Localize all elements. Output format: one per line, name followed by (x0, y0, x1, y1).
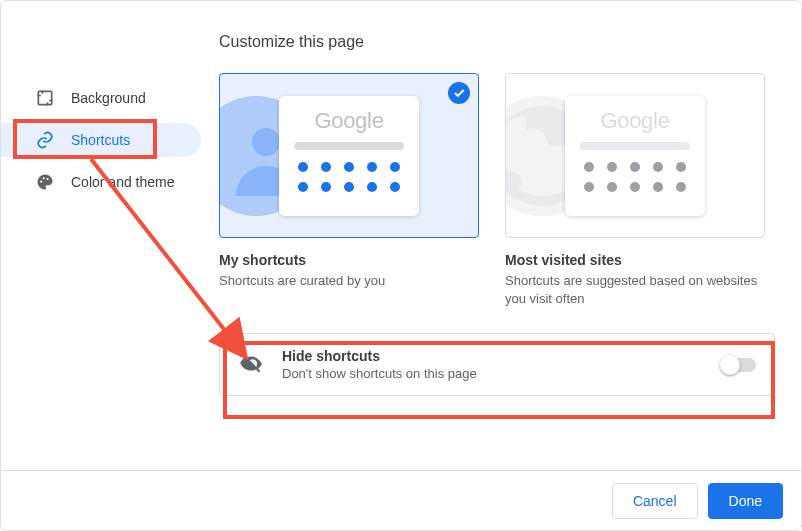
dialog-body: Background Shortcuts Color and theme Cus… (1, 1, 801, 463)
palette-icon (35, 172, 55, 192)
done-label: Done (729, 493, 762, 509)
dot (584, 182, 594, 192)
dot (630, 162, 640, 172)
dot (390, 162, 400, 172)
sidebar: Background Shortcuts Color and theme (27, 31, 219, 445)
sidebar-item-label: Color and theme (71, 174, 175, 190)
dot (653, 162, 663, 172)
google-logo-text: Google (293, 108, 405, 134)
toggle-knob (720, 355, 740, 375)
option-my-shortcuts: Google My shortcuts Shortcuts are cu (219, 73, 479, 307)
dot (298, 162, 308, 172)
dot (630, 182, 640, 192)
selected-checkmark-icon (448, 82, 470, 104)
dot (676, 182, 686, 192)
dot (607, 162, 617, 172)
google-logo-text: Google (579, 108, 691, 134)
option-card-my-shortcuts[interactable]: Google (219, 73, 479, 238)
svg-rect-0 (38, 91, 51, 104)
hide-shortcuts-toggle[interactable] (722, 358, 756, 372)
dot (321, 182, 331, 192)
preview-tile: Google (565, 96, 705, 216)
hide-shortcuts-row: Hide shortcuts Don't show shortcuts on t… (219, 333, 775, 396)
dialog-footer: Cancel Done (1, 470, 801, 530)
option-card-most-visited[interactable]: Google (505, 73, 765, 238)
main-panel: Customize this page Google (219, 31, 775, 445)
search-bar-placeholder (294, 142, 404, 150)
sidebar-item-shortcuts[interactable]: Shortcuts (1, 123, 201, 157)
shortcut-options: Google My shortcuts Shortcuts are cu (219, 73, 775, 307)
preview-tile: Google (279, 96, 419, 216)
shortcut-dots (293, 162, 405, 192)
dot (676, 162, 686, 172)
hide-shortcuts-text: Hide shortcuts Don't show shortcuts on t… (282, 348, 477, 381)
sidebar-item-label: Background (71, 90, 146, 106)
dot (321, 162, 331, 172)
option-desc: Shortcuts are curated by you (219, 272, 479, 290)
option-most-visited: Google Most visited sites Shortcuts are … (505, 73, 765, 307)
dot (344, 182, 354, 192)
dot (584, 162, 594, 172)
svg-point-3 (46, 178, 48, 180)
dot (390, 182, 400, 192)
sidebar-item-background[interactable]: Background (1, 81, 201, 115)
dot (367, 162, 377, 172)
sidebar-item-color-theme[interactable]: Color and theme (1, 165, 201, 199)
svg-point-1 (40, 181, 42, 183)
option-title: My shortcuts (219, 252, 479, 268)
sidebar-item-label: Shortcuts (71, 132, 130, 148)
cancel-label: Cancel (633, 493, 677, 509)
hide-title: Hide shortcuts (282, 348, 477, 364)
option-title: Most visited sites (505, 252, 765, 268)
dot (344, 162, 354, 172)
page-title: Customize this page (219, 33, 775, 51)
dialog: Background Shortcuts Color and theme Cus… (0, 0, 802, 531)
background-icon (35, 88, 55, 108)
eye-off-icon (238, 350, 264, 380)
dot (367, 182, 377, 192)
done-button[interactable]: Done (708, 483, 783, 519)
dot (298, 182, 308, 192)
search-bar-placeholder (580, 142, 690, 150)
svg-point-4 (252, 128, 280, 156)
dot (653, 182, 663, 192)
dot (607, 182, 617, 192)
cancel-button[interactable]: Cancel (612, 483, 698, 519)
hide-desc: Don't show shortcuts on this page (282, 366, 477, 381)
link-icon (35, 130, 55, 150)
option-desc: Shortcuts are suggested based on website… (505, 272, 765, 307)
svg-point-2 (43, 177, 45, 179)
shortcut-dots (579, 162, 691, 192)
